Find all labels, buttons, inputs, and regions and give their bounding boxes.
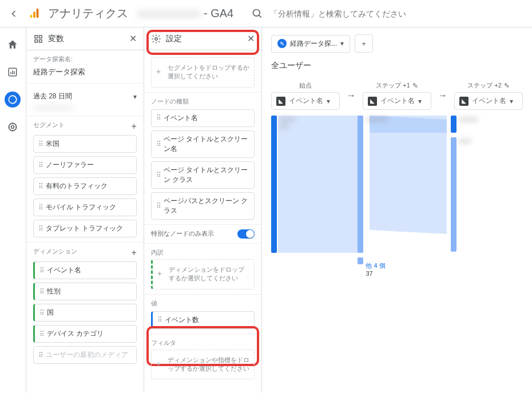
drag-handle-icon: ⠿ (39, 267, 43, 275)
variables-panel: 変数 ✕ データ探索名: 経路データ探索 過去 28 日間 ▾ xxxxxxxx… (26, 27, 144, 393)
chip-item[interactable]: ⠿タブレット トラフィック (33, 220, 137, 237)
segment-drop-zone[interactable]: + セグメントをドロップするか選択してください (151, 57, 255, 88)
svg-rect-6 (11, 72, 12, 74)
step-2-label: ステップ +2 (467, 81, 502, 90)
search-icon (252, 8, 263, 19)
chip-item[interactable]: ⠿ユーザーの最初のメディア (33, 346, 137, 364)
step-1-selector[interactable]: ◣ イベント名 ▾ (363, 92, 431, 110)
pencil-icon[interactable]: ✎ (504, 82, 510, 90)
date-range-label: 過去 28 日間 (33, 92, 72, 101)
plus-icon: + (157, 268, 162, 280)
property-selector[interactable]: xxxxxxxxxxx - GA4 (137, 7, 233, 20)
dimensions-section: ディメンション + ⠿イベント名⠿性別⠿国⠿デバイス カテゴリ⠿ユーザーの最初の… (26, 243, 144, 368)
arrow-right-icon: → (347, 90, 356, 101)
nav-home-icon[interactable] (5, 37, 21, 53)
chip-item[interactable]: ⠿ページ タイトルとスクリーン クラス (151, 161, 255, 189)
svg-rect-13 (39, 35, 42, 38)
add-dimension-button[interactable]: + (132, 248, 137, 258)
drag-handle-icon: ⠿ (39, 288, 43, 296)
sankey-chart: xxxxxxxx xxxxxxx 他 4 個 37 xxxxxx xxxx (271, 116, 523, 276)
values-label: 値 (151, 299, 255, 308)
special-nodes-toggle-row: 特別なノードのみ表示 (144, 225, 261, 244)
breakdown-drop-zone[interactable]: + ディメンションをドロップするか選択してください (151, 259, 255, 289)
tag-icon: ◣ (276, 97, 285, 106)
other-nodes-link[interactable]: 他 4 個 (366, 261, 385, 270)
drag-handle-icon: ⠿ (156, 202, 160, 210)
chip-item[interactable]: ⠿国 (33, 304, 137, 321)
explore-tab[interactable]: ✎ 経路データ探... ▾ (271, 35, 350, 53)
node-type-label: ノードの種類 (151, 97, 255, 106)
canvas-title: 全ユーザー (271, 61, 523, 71)
event-pill-label: イベント名 (472, 96, 506, 106)
chip-label: ページ タイトルとスクリーン名 (164, 134, 249, 154)
chevron-down-icon: ▾ (510, 97, 513, 105)
nav-admin-icon[interactable] (5, 119, 21, 135)
breakdown-drop-text: ディメンションをドロップするか選択してください (169, 266, 244, 281)
arrow-right-icon: → (438, 90, 447, 101)
settings-panel-title: 設定 (166, 34, 182, 44)
settings-panel-header: 設定 ✕ (144, 27, 261, 50)
chip-item[interactable]: ⠿デバイス カテゴリ (33, 325, 137, 343)
chip-item[interactable]: ⠿イベント名 (151, 109, 255, 127)
tab-bar: ✎ 経路データ探... ▾ + (271, 34, 523, 53)
special-nodes-toggle[interactable] (237, 229, 255, 239)
pencil-icon[interactable]: ✎ (412, 82, 418, 90)
drag-handle-icon: ⠿ (156, 171, 160, 179)
chip-item[interactable]: ⠿米国 (33, 135, 137, 153)
drag-handle-icon: ⠿ (157, 316, 161, 324)
analytics-logo-icon (27, 7, 41, 21)
step-2-selector[interactable]: ◣ イベント名 ▾ (454, 92, 523, 110)
svg-rect-0 (30, 14, 33, 18)
svg-point-3 (253, 9, 260, 16)
chip-item[interactable]: ⠿モバイル トラフィック (33, 199, 137, 216)
search-input[interactable] (270, 9, 430, 18)
add-tab-button[interactable]: + (355, 34, 373, 53)
step-start-selector[interactable]: ◣ イベント名 ▾ (271, 92, 340, 110)
chevron-down-icon: ▾ (418, 97, 422, 105)
value-chip[interactable]: ⠿ イベント数 (151, 311, 255, 329)
step-1-col: ステップ +1✎ ◣ イベント名 ▾ (363, 81, 431, 110)
close-icon[interactable]: ✕ (247, 33, 255, 44)
svg-rect-14 (35, 39, 38, 42)
svg-line-4 (259, 15, 261, 17)
date-range-section[interactable]: 過去 28 日間 ▾ xxxxxxxxxxxxxx (26, 84, 144, 116)
event-pill-label: イベント名 (380, 96, 415, 106)
step-2-col: ステップ +2✎ ◣ イベント名 ▾ (454, 81, 523, 110)
canvas-panel: ✎ 経路データ探... ▾ + 全ユーザー 始点 ◣ イベント名 ▾ → ステッ… (262, 27, 532, 393)
close-icon[interactable]: ✕ (129, 33, 137, 44)
chip-item[interactable]: ⠿ページ タイトルとスクリーン名 (151, 130, 255, 158)
svg-rect-12 (35, 35, 38, 38)
svg-rect-7 (13, 70, 14, 74)
segment-drop-text: セグメントをドロップするか選択してください (168, 64, 249, 80)
tag-icon: ◣ (459, 97, 469, 106)
add-segment-button[interactable]: + (132, 121, 137, 132)
breakdown-label: 内訳 (151, 248, 255, 257)
explore-name-value[interactable]: 経路データ探索 (33, 66, 137, 78)
svg-point-16 (155, 37, 158, 40)
nav-explore-icon[interactable] (5, 92, 21, 108)
drag-handle-icon: ⠿ (38, 161, 42, 169)
value-chip-label: イベント数 (165, 315, 199, 325)
sankey-node-step2[interactable]: xxxxxx xxxx (451, 116, 478, 276)
special-nodes-label: 特別なノードのみ表示 (151, 229, 214, 238)
filter-drop-zone[interactable]: + ディメンションや指標をドロップするか選択してください (151, 350, 255, 380)
nav-reports-icon[interactable] (5, 64, 21, 80)
gear-icon (151, 34, 161, 44)
chip-label: 国 (47, 308, 54, 317)
chip-item[interactable]: ⠿ノーリファラー (33, 156, 137, 174)
dimensions-label: ディメンション (33, 247, 77, 256)
tab-label: 経路データ探... (290, 39, 337, 49)
chevron-down-icon: ▾ (340, 39, 344, 47)
chip-item[interactable]: ⠿有料のトラフィック (33, 177, 137, 195)
chip-item[interactable]: ⠿性別 (33, 283, 137, 300)
explore-name-label: データ探索名: (33, 55, 137, 63)
sankey-flow (278, 116, 363, 253)
drag-handle-icon: ⠿ (156, 114, 160, 122)
back-arrow-icon[interactable] (7, 7, 21, 21)
chip-item[interactable]: ⠿イベント名 (33, 261, 137, 279)
search-bar[interactable] (252, 8, 430, 19)
chevron-down-icon: ▾ (133, 93, 137, 101)
chip-item[interactable]: ⠿ページパスとスクリーン クラス (151, 192, 255, 220)
svg-rect-15 (39, 39, 42, 42)
sankey-node-step1[interactable]: xxxxxxx 他 4 個 37 (358, 116, 388, 276)
